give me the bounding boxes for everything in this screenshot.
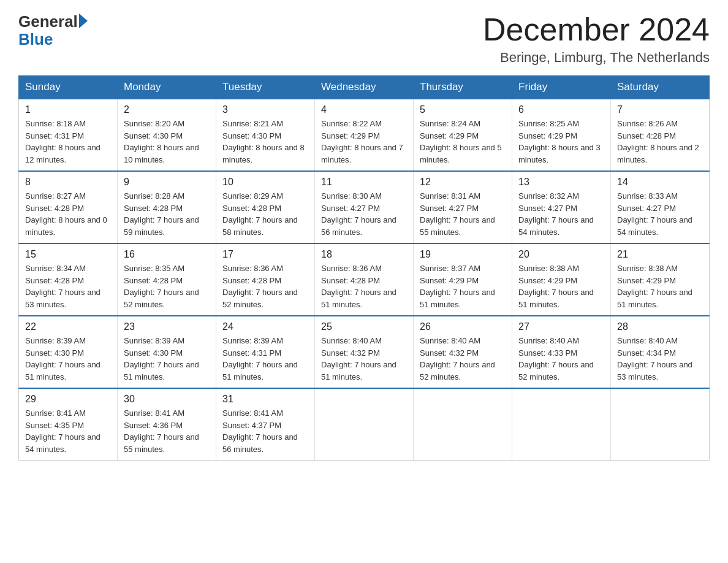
day-info: Sunrise: 8:37 AMSunset: 4:29 PMDaylight:… xyxy=(420,262,506,310)
location-title: Beringe, Limburg, The Netherlands xyxy=(483,50,710,66)
column-header-monday: Monday xyxy=(118,76,216,99)
day-number: 7 xyxy=(617,104,703,115)
column-header-thursday: Thursday xyxy=(414,76,512,99)
calendar-cell: 8 Sunrise: 8:27 AMSunset: 4:28 PMDayligh… xyxy=(19,171,118,243)
day-number: 2 xyxy=(124,104,210,115)
day-info: Sunrise: 8:40 AMSunset: 4:32 PMDaylight:… xyxy=(420,335,506,383)
calendar-week-row: 8 Sunrise: 8:27 AMSunset: 4:28 PMDayligh… xyxy=(19,171,710,243)
day-number: 15 xyxy=(25,249,111,260)
day-info: Sunrise: 8:26 AMSunset: 4:28 PMDaylight:… xyxy=(617,118,703,166)
day-number: 20 xyxy=(518,249,604,260)
day-number: 4 xyxy=(321,104,407,115)
page-header: General Blue December 2024 Beringe, Limb… xyxy=(18,12,710,66)
calendar-cell: 16 Sunrise: 8:35 AMSunset: 4:28 PMDaylig… xyxy=(118,243,216,316)
day-number: 11 xyxy=(321,177,407,188)
column-header-friday: Friday xyxy=(512,76,611,99)
day-number: 27 xyxy=(518,321,604,332)
day-number: 14 xyxy=(617,177,703,188)
calendar-cell: 15 Sunrise: 8:34 AMSunset: 4:28 PMDaylig… xyxy=(19,243,118,316)
day-number: 10 xyxy=(222,177,308,188)
logo-general: General xyxy=(18,12,78,31)
day-info: Sunrise: 8:30 AMSunset: 4:27 PMDaylight:… xyxy=(321,190,407,238)
column-header-wednesday: Wednesday xyxy=(315,76,414,99)
calendar-cell xyxy=(611,388,710,461)
column-header-saturday: Saturday xyxy=(611,76,710,99)
day-number: 9 xyxy=(124,177,210,188)
calendar-header-row: SundayMondayTuesdayWednesdayThursdayFrid… xyxy=(19,76,710,99)
day-number: 24 xyxy=(222,321,308,332)
logo-blue-text: Blue xyxy=(18,31,88,47)
day-info: Sunrise: 8:33 AMSunset: 4:27 PMDaylight:… xyxy=(617,190,703,238)
day-info: Sunrise: 8:40 AMSunset: 4:34 PMDaylight:… xyxy=(617,335,703,383)
calendar-cell: 28 Sunrise: 8:40 AMSunset: 4:34 PMDaylig… xyxy=(611,316,710,388)
column-header-sunday: Sunday xyxy=(19,76,118,99)
column-header-tuesday: Tuesday xyxy=(216,76,315,99)
day-info: Sunrise: 8:38 AMSunset: 4:29 PMDaylight:… xyxy=(518,262,604,310)
logo-arrow-icon xyxy=(79,13,88,28)
day-info: Sunrise: 8:25 AMSunset: 4:29 PMDaylight:… xyxy=(518,118,604,166)
calendar-cell: 29 Sunrise: 8:41 AMSunset: 4:35 PMDaylig… xyxy=(19,388,118,461)
day-number: 5 xyxy=(420,104,506,115)
day-number: 17 xyxy=(222,249,308,260)
calendar-cell: 14 Sunrise: 8:33 AMSunset: 4:27 PMDaylig… xyxy=(611,171,710,243)
calendar-cell: 4 Sunrise: 8:22 AMSunset: 4:29 PMDayligh… xyxy=(315,99,414,171)
day-number: 31 xyxy=(222,394,308,405)
day-info: Sunrise: 8:36 AMSunset: 4:28 PMDaylight:… xyxy=(222,262,308,310)
calendar-cell xyxy=(315,388,414,461)
day-number: 21 xyxy=(617,249,703,260)
calendar-cell: 2 Sunrise: 8:20 AMSunset: 4:30 PMDayligh… xyxy=(118,99,216,171)
day-number: 26 xyxy=(420,321,506,332)
month-title: December 2024 xyxy=(483,12,710,47)
day-number: 22 xyxy=(25,321,111,332)
calendar-cell: 9 Sunrise: 8:28 AMSunset: 4:28 PMDayligh… xyxy=(118,171,216,243)
day-info: Sunrise: 8:32 AMSunset: 4:27 PMDaylight:… xyxy=(518,190,604,238)
day-info: Sunrise: 8:28 AMSunset: 4:28 PMDaylight:… xyxy=(124,190,210,238)
day-info: Sunrise: 8:20 AMSunset: 4:30 PMDaylight:… xyxy=(124,118,210,166)
calendar-cell: 26 Sunrise: 8:40 AMSunset: 4:32 PMDaylig… xyxy=(414,316,512,388)
day-info: Sunrise: 8:41 AMSunset: 4:36 PMDaylight:… xyxy=(124,407,210,455)
calendar-cell: 6 Sunrise: 8:25 AMSunset: 4:29 PMDayligh… xyxy=(512,99,611,171)
calendar-cell: 22 Sunrise: 8:39 AMSunset: 4:30 PMDaylig… xyxy=(19,316,118,388)
day-number: 12 xyxy=(420,177,506,188)
calendar-cell: 10 Sunrise: 8:29 AMSunset: 4:28 PMDaylig… xyxy=(216,171,315,243)
day-info: Sunrise: 8:29 AMSunset: 4:28 PMDaylight:… xyxy=(222,190,308,238)
day-info: Sunrise: 8:41 AMSunset: 4:37 PMDaylight:… xyxy=(222,407,308,455)
day-number: 18 xyxy=(321,249,407,260)
day-info: Sunrise: 8:40 AMSunset: 4:33 PMDaylight:… xyxy=(518,335,604,383)
calendar-cell xyxy=(512,388,611,461)
calendar-cell: 30 Sunrise: 8:41 AMSunset: 4:36 PMDaylig… xyxy=(118,388,216,461)
calendar-cell: 27 Sunrise: 8:40 AMSunset: 4:33 PMDaylig… xyxy=(512,316,611,388)
day-info: Sunrise: 8:18 AMSunset: 4:31 PMDaylight:… xyxy=(25,118,111,166)
calendar-cell: 25 Sunrise: 8:40 AMSunset: 4:32 PMDaylig… xyxy=(315,316,414,388)
day-number: 1 xyxy=(25,104,111,115)
title-block: December 2024 Beringe, Limburg, The Neth… xyxy=(483,12,710,66)
day-number: 23 xyxy=(124,321,210,332)
calendar-cell: 3 Sunrise: 8:21 AMSunset: 4:30 PMDayligh… xyxy=(216,99,315,171)
day-number: 13 xyxy=(518,177,604,188)
day-info: Sunrise: 8:21 AMSunset: 4:30 PMDaylight:… xyxy=(222,118,308,166)
calendar-table: SundayMondayTuesdayWednesdayThursdayFrid… xyxy=(18,75,710,461)
calendar-week-row: 22 Sunrise: 8:39 AMSunset: 4:30 PMDaylig… xyxy=(19,316,710,388)
calendar-cell: 12 Sunrise: 8:31 AMSunset: 4:27 PMDaylig… xyxy=(414,171,512,243)
calendar-cell: 5 Sunrise: 8:24 AMSunset: 4:29 PMDayligh… xyxy=(414,99,512,171)
calendar-cell: 18 Sunrise: 8:36 AMSunset: 4:28 PMDaylig… xyxy=(315,243,414,316)
calendar-week-row: 1 Sunrise: 8:18 AMSunset: 4:31 PMDayligh… xyxy=(19,99,710,171)
day-number: 19 xyxy=(420,249,506,260)
calendar-cell: 24 Sunrise: 8:39 AMSunset: 4:31 PMDaylig… xyxy=(216,316,315,388)
day-info: Sunrise: 8:39 AMSunset: 4:30 PMDaylight:… xyxy=(124,335,210,383)
calendar-cell: 11 Sunrise: 8:30 AMSunset: 4:27 PMDaylig… xyxy=(315,171,414,243)
calendar-week-row: 15 Sunrise: 8:34 AMSunset: 4:28 PMDaylig… xyxy=(19,243,710,316)
day-info: Sunrise: 8:34 AMSunset: 4:28 PMDaylight:… xyxy=(25,262,111,310)
calendar-week-row: 29 Sunrise: 8:41 AMSunset: 4:35 PMDaylig… xyxy=(19,388,710,461)
calendar-cell: 20 Sunrise: 8:38 AMSunset: 4:29 PMDaylig… xyxy=(512,243,611,316)
day-info: Sunrise: 8:40 AMSunset: 4:32 PMDaylight:… xyxy=(321,335,407,383)
day-info: Sunrise: 8:27 AMSunset: 4:28 PMDaylight:… xyxy=(25,190,111,238)
day-info: Sunrise: 8:41 AMSunset: 4:35 PMDaylight:… xyxy=(25,407,111,455)
day-info: Sunrise: 8:36 AMSunset: 4:28 PMDaylight:… xyxy=(321,262,407,310)
calendar-cell: 23 Sunrise: 8:39 AMSunset: 4:30 PMDaylig… xyxy=(118,316,216,388)
day-number: 16 xyxy=(124,249,210,260)
day-info: Sunrise: 8:31 AMSunset: 4:27 PMDaylight:… xyxy=(420,190,506,238)
day-info: Sunrise: 8:24 AMSunset: 4:29 PMDaylight:… xyxy=(420,118,506,166)
day-info: Sunrise: 8:39 AMSunset: 4:31 PMDaylight:… xyxy=(222,335,308,383)
calendar-cell: 19 Sunrise: 8:37 AMSunset: 4:29 PMDaylig… xyxy=(414,243,512,316)
